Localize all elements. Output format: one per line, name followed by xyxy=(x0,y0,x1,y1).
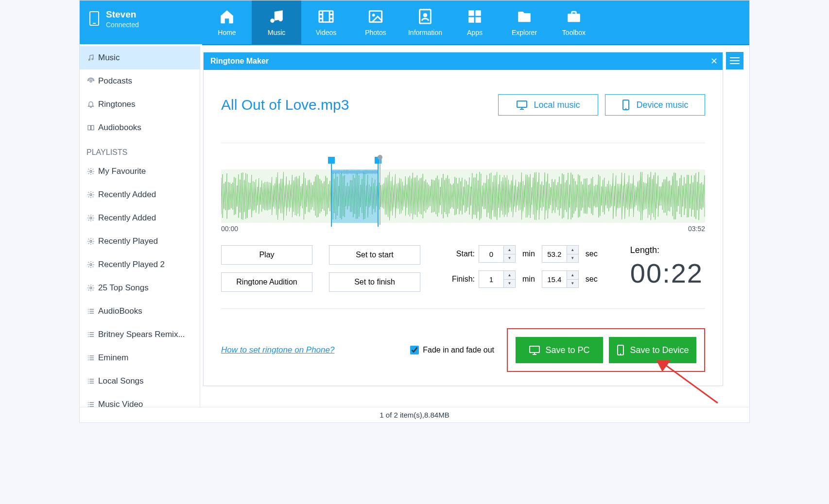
start-min-input[interactable] xyxy=(479,245,504,263)
svg-rect-7 xyxy=(468,10,474,16)
spin-down-icon[interactable]: ▼ xyxy=(567,280,578,288)
phone-icon xyxy=(89,11,99,26)
sidebar-category-item-1[interactable]: Podcasts xyxy=(80,69,200,93)
start-sec-stepper[interactable]: ▲▼ xyxy=(542,245,579,263)
topnav-photos[interactable]: Photos xyxy=(351,0,400,44)
spin-down-icon[interactable]: ▼ xyxy=(567,254,578,263)
sidebar-category-item-2[interactable]: Ringtones xyxy=(80,93,200,116)
svg-point-4 xyxy=(372,14,375,17)
content-area: Ringtone Maker ✕ All Out of Love.mp3 Loc… xyxy=(200,45,749,407)
side-item-label: Recently Played 2 xyxy=(98,260,165,269)
svg-rect-10 xyxy=(475,17,481,22)
start-label: Start: xyxy=(448,250,475,258)
device-music-button[interactable]: Device music xyxy=(605,94,705,116)
side-item-label: Ringtones xyxy=(98,100,136,109)
music-icon xyxy=(267,7,286,26)
sidebar-playlist-item-5[interactable]: 25 Top Songs xyxy=(80,276,200,300)
start-handle[interactable] xyxy=(328,157,335,164)
sidebar: MusicPodcastsRingtonesAudiobooks PLAYLIS… xyxy=(80,45,200,407)
svg-point-6 xyxy=(423,13,428,17)
svg-rect-21 xyxy=(517,101,527,107)
local-music-button[interactable]: Local music xyxy=(498,94,598,116)
playhead[interactable] xyxy=(378,155,382,160)
sidebar-playlist-item-10[interactable]: Music Video xyxy=(80,393,200,416)
waveform-end-time: 03:52 xyxy=(688,225,705,233)
spin-up-icon[interactable]: ▲ xyxy=(504,246,515,254)
save-to-device-button[interactable]: Save to Device xyxy=(609,337,696,363)
svg-point-19 xyxy=(90,264,92,266)
top-nav-bar: Steven Connected HomeMusicVideosPhotosIn… xyxy=(80,0,749,44)
topnav-explorer[interactable]: Explorer xyxy=(500,0,549,44)
sidebar-playlist-item-3[interactable]: Recently Played xyxy=(80,230,200,253)
topnav-label: Home xyxy=(218,29,236,36)
play-button[interactable]: Play xyxy=(221,245,312,265)
sidebar-playlist-item-0[interactable]: My Favourite xyxy=(80,160,200,183)
finish-sec-stepper[interactable]: ▲▼ xyxy=(542,270,579,288)
topnav-videos[interactable]: Videos xyxy=(301,0,351,44)
home-icon xyxy=(218,7,236,26)
start-min-stepper[interactable]: ▲▼ xyxy=(479,245,516,263)
hamburger-button[interactable] xyxy=(726,52,743,69)
waveform[interactable]: 00:00 03:52 xyxy=(221,169,705,233)
unit-sec: sec xyxy=(586,250,598,258)
close-icon[interactable]: ✕ xyxy=(710,56,718,67)
length-value: 00:22 xyxy=(630,257,703,289)
book-icon xyxy=(86,123,95,132)
side-item-label: Eminem xyxy=(98,353,128,363)
fade-label: Fade in and fade out xyxy=(423,346,494,354)
topnav-toolbox[interactable]: Toolbox xyxy=(549,0,599,44)
sidebar-playlist-item-7[interactable]: Britney Spears Remix... xyxy=(80,323,200,346)
sidebar-playlist-item-6[interactable]: AudioBooks xyxy=(80,300,200,323)
fade-checkbox[interactable] xyxy=(410,346,419,354)
svg-rect-3 xyxy=(369,11,382,22)
topnav-label: Toolbox xyxy=(562,29,586,36)
finish-min-input[interactable] xyxy=(479,270,504,288)
gear-icon xyxy=(86,284,95,292)
finish-min-stepper[interactable]: ▲▼ xyxy=(479,270,516,288)
spin-down-icon[interactable]: ▼ xyxy=(504,280,515,288)
svg-point-20 xyxy=(90,287,92,289)
ringtone-maker-modal: Ringtone Maker ✕ All Out of Love.mp3 Loc… xyxy=(203,52,723,386)
spin-down-icon[interactable]: ▼ xyxy=(504,254,515,263)
topnav-music[interactable]: Music xyxy=(252,0,301,44)
list-icon xyxy=(86,353,95,362)
topnav-label: Apps xyxy=(467,29,483,36)
spin-up-icon[interactable]: ▲ xyxy=(567,246,578,254)
gear-icon xyxy=(86,260,95,269)
bell-icon xyxy=(86,100,95,109)
podcast-icon xyxy=(86,77,95,85)
finish-sec-input[interactable] xyxy=(542,270,567,288)
svg-rect-11 xyxy=(568,14,580,22)
svg-point-1 xyxy=(278,17,283,21)
sidebar-playlist-item-9[interactable]: Local Songs xyxy=(80,370,200,393)
information-icon xyxy=(416,7,434,26)
device-name: Steven xyxy=(106,9,139,20)
sidebar-playlist-item-8[interactable]: Eminem xyxy=(80,346,200,370)
side-item-label: My Favourite xyxy=(98,167,146,176)
set-to-start-button[interactable]: Set to start xyxy=(329,245,420,265)
start-sec-input[interactable] xyxy=(542,245,567,263)
side-item-label: Britney Spears Remix... xyxy=(98,330,185,339)
list-icon xyxy=(86,307,95,316)
save-to-pc-button[interactable]: Save to PC xyxy=(516,337,603,363)
help-link[interactable]: How to set ringtone on Phone? xyxy=(221,345,334,355)
divider xyxy=(221,308,705,309)
sidebar-playlist-item-2[interactable]: Recently Added xyxy=(80,206,200,230)
svg-point-0 xyxy=(270,18,275,23)
topnav-home[interactable]: Home xyxy=(202,0,252,44)
topnav-label: Videos xyxy=(316,29,337,36)
device-music-label: Device music xyxy=(636,100,688,110)
save-to-device-label: Save to Device xyxy=(630,345,689,355)
ringtone-audition-button[interactable]: Ringtone Audition xyxy=(221,272,312,292)
device-status: Connected xyxy=(106,21,139,29)
sidebar-category-item-3[interactable]: Audiobooks xyxy=(80,116,200,139)
svg-rect-23 xyxy=(530,346,539,353)
spin-up-icon[interactable]: ▲ xyxy=(504,271,515,280)
sidebar-category-item-0[interactable]: Music xyxy=(80,46,200,69)
sidebar-playlist-item-4[interactable]: Recently Played 2 xyxy=(80,253,200,276)
set-to-finish-button[interactable]: Set to finish xyxy=(329,272,420,292)
sidebar-playlist-item-1[interactable]: Recently Added xyxy=(80,183,200,206)
topnav-information[interactable]: Information xyxy=(400,0,450,44)
spin-up-icon[interactable]: ▲ xyxy=(567,271,578,280)
topnav-apps[interactable]: Apps xyxy=(450,0,500,44)
